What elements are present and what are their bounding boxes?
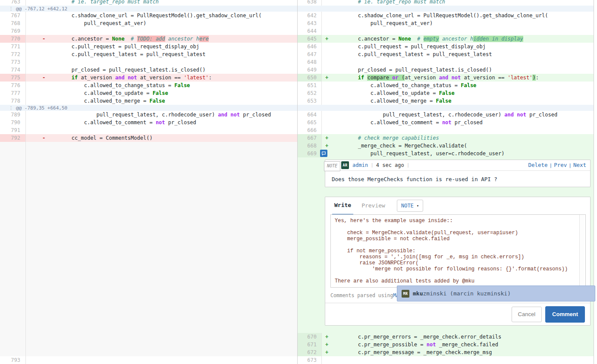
- old-line-number[interactable]: 791: [0, 126, 26, 134]
- old-line-number[interactable]: 771: [0, 43, 26, 50]
- diff-row: 775- if at_version and not at_version ==…: [0, 74, 597, 82]
- diff-op-old: [26, 333, 46, 341]
- code-line-old: [46, 126, 297, 134]
- new-line-number[interactable]: 646: [298, 43, 322, 50]
- mention-autocomplete[interactable]: MR mkuzminski (marcin kuzminski): [397, 286, 595, 301]
- code-line-new: [332, 356, 594, 364]
- old-line-number[interactable]: 774: [0, 66, 26, 74]
- comment-bubble-icon[interactable]: [320, 150, 327, 157]
- old-line-number[interactable]: 793: [0, 356, 26, 364]
- code-line-old: [46, 27, 297, 35]
- diff-op-old: [26, 341, 46, 348]
- diff-row: 772 c.pull_request_latest = pull_request…: [0, 50, 597, 58]
- textarea-scrollbar[interactable]: [579, 215, 584, 287]
- comment-prev-link[interactable]: Prev: [554, 162, 567, 168]
- tab-write[interactable]: Write: [332, 197, 353, 215]
- diff-op-new: +: [322, 348, 332, 356]
- new-line-number[interactable]: 649: [298, 66, 322, 74]
- old-line-number[interactable]: 770: [0, 35, 26, 43]
- right-pane-row: 670+ c.pr_merge_errors = _merge_check.er…: [298, 333, 594, 341]
- old-line-number[interactable]: 792: [0, 134, 26, 142]
- diff-op-old: [26, 27, 46, 35]
- new-line-number[interactable]: 672: [298, 348, 322, 356]
- old-line-number[interactable]: 763: [0, 0, 26, 6]
- diff-row: 778 c.allowed_to_merge = False653 c.allo…: [0, 97, 597, 105]
- old-line-number[interactable]: 773: [0, 58, 26, 66]
- comment-button[interactable]: Comment: [545, 306, 585, 323]
- code-line-new: c.shadow_clone_url = PullRequestModel().…: [332, 12, 594, 19]
- old-line-number[interactable]: 790: [0, 119, 26, 126]
- comment-type-select[interactable]: NOTE▾: [397, 200, 423, 212]
- new-line-number[interactable]: 669: [298, 150, 322, 157]
- new-line-number[interactable]: 667: [298, 134, 322, 142]
- old-line-number[interactable]: 775: [0, 74, 26, 82]
- old-line-number[interactable]: 772: [0, 50, 26, 58]
- left-pane-row: 775- if at_version and not at_version ==…: [0, 74, 298, 82]
- left-pane-row: 778 c.allowed_to_merge = False: [0, 97, 298, 105]
- right-pane-row: 642 c.shadow_clone_url = PullRequestMode…: [298, 12, 594, 19]
- hunk-header-left: ⋮@@ -767,12 +642,12: [0, 6, 298, 12]
- diff-op-new: +: [322, 142, 332, 150]
- hunk-header-right: [298, 6, 594, 12]
- comment-next-link[interactable]: Next: [573, 162, 586, 168]
- new-line-number[interactable]: 665: [298, 119, 322, 126]
- new-line-number[interactable]: 653: [298, 97, 322, 105]
- comment-textarea[interactable]: Yes, here's the example usage inside:: c…: [330, 214, 586, 288]
- old-line-number[interactable]: 789: [0, 111, 26, 119]
- new-line-number[interactable]: 651: [298, 82, 322, 89]
- left-pane-row: 772 c.pull_request_latest = pull_request…: [0, 50, 298, 58]
- right-pane-row: 652 c.allowed_to_update = False: [298, 89, 594, 97]
- old-line-number[interactable]: 768: [0, 19, 26, 27]
- diff-op-new: [322, 19, 332, 27]
- diff-row: 774 pr_closed = pull_request_latest.is_c…: [0, 66, 597, 74]
- expand-hunk-icon[interactable]: ⋮: [0, 6, 16, 12]
- inline-comment-region: NOTE AR admin | 4 sec ago | Delete|Prev|…: [325, 160, 594, 326]
- tab-preview[interactable]: Preview: [359, 197, 387, 214]
- old-line-number[interactable]: 778: [0, 97, 26, 105]
- comment-type-badge: NOTE: [324, 161, 340, 171]
- code-line-old: c.allowed_to_merge = False: [46, 97, 297, 105]
- new-line-number[interactable]: 666: [298, 126, 322, 134]
- new-line-number[interactable]: 670: [298, 333, 322, 341]
- old-line-number[interactable]: 769: [0, 27, 26, 35]
- new-line-number[interactable]: 643: [298, 19, 322, 27]
- left-pane-row: 763 # ie. target_repo must match: [0, 0, 298, 6]
- diff-op-old: [26, 19, 46, 27]
- new-line-number[interactable]: 647: [298, 50, 322, 58]
- diff-row: 777 c.allowed_to_update = False652 c.all…: [0, 89, 597, 97]
- diff-op-new: [322, 111, 332, 119]
- comment-type-value: NOTE: [401, 202, 414, 210]
- old-line-number[interactable]: 776: [0, 82, 26, 89]
- separator: |: [371, 161, 374, 169]
- diff-op-old: [26, 89, 46, 97]
- diff-op-old: -: [26, 134, 46, 142]
- new-line-number[interactable]: 642: [298, 12, 322, 19]
- new-line-number[interactable]: 644: [298, 27, 322, 35]
- new-line-number[interactable]: 668: [298, 142, 322, 150]
- right-pane-row: 666: [298, 126, 594, 134]
- new-line-number[interactable]: 652: [298, 89, 322, 97]
- diff-op-new: [322, 27, 332, 35]
- old-line-number[interactable]: 777: [0, 89, 26, 97]
- code-line-old: [46, 150, 297, 157]
- code-line-new: # check merge capabilities: [332, 134, 594, 142]
- code-line-old: pull_request_latest, c.rhodecode_user) a…: [46, 111, 297, 119]
- comment-delete-link[interactable]: Delete: [528, 162, 547, 168]
- new-line-number[interactable]: 650: [298, 74, 322, 82]
- comment-author-link[interactable]: admin: [352, 161, 368, 169]
- comment: NOTE AR admin | 4 sec ago | Delete|Prev|…: [325, 160, 591, 187]
- new-line-number[interactable]: 648: [298, 58, 322, 66]
- cancel-button[interactable]: Cancel: [512, 307, 542, 322]
- hunk-header-text: @@ -767,12 +642,12: [16, 6, 67, 12]
- new-line-number[interactable]: 664: [298, 111, 322, 119]
- new-line-number[interactable]: 638: [298, 0, 322, 6]
- diff-row: 670+ c.pr_merge_errors = _merge_check.er…: [0, 333, 597, 341]
- expand-hunk-icon[interactable]: ⋮: [0, 105, 16, 111]
- new-line-number[interactable]: 673: [298, 356, 322, 364]
- diff-op-old: [26, 97, 46, 105]
- old-line-number: [0, 348, 26, 356]
- old-line-number[interactable]: 767: [0, 12, 26, 19]
- new-line-number[interactable]: 645: [298, 35, 322, 43]
- new-line-number[interactable]: 671: [298, 341, 322, 348]
- diff-op-old: [26, 150, 46, 157]
